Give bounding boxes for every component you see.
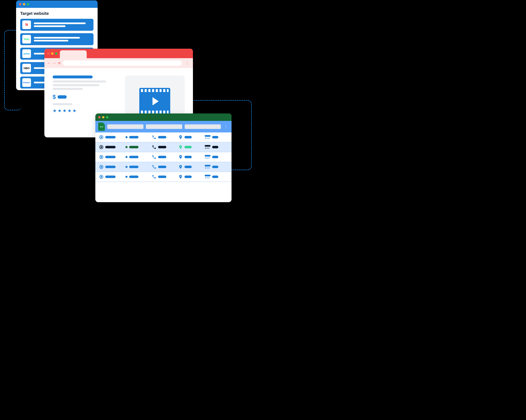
close-icon[interactable]: [98, 116, 101, 118]
review-icon: ★★★: [205, 155, 211, 159]
minimize-icon[interactable]: [51, 52, 53, 55]
forward-icon[interactable]: →: [53, 61, 56, 65]
phone-icon: [152, 155, 156, 159]
disney-logo: Disney+: [22, 78, 31, 87]
record-icon: [125, 176, 128, 178]
site-item-netflix[interactable]: N: [20, 19, 93, 31]
record-icon: [125, 166, 128, 168]
maximize-icon[interactable]: [106, 116, 108, 118]
phone-icon: [152, 145, 156, 149]
close-icon[interactable]: [19, 3, 21, 5]
play-circle-icon: [99, 165, 104, 169]
play-circle-icon: [99, 175, 104, 179]
table-row[interactable]: ★★★: [95, 152, 232, 162]
dollar-icon: $: [53, 94, 56, 100]
sheet-toolbar: XLS ⋮: [95, 121, 232, 132]
browser-tab[interactable]: [60, 50, 87, 58]
xls-file-icon: XLS: [98, 122, 105, 131]
browser-toolbar: ← → ⟳ ⋮: [44, 58, 193, 68]
review-icon: ★★★: [205, 175, 211, 179]
star-icon: ★: [72, 108, 77, 113]
play-circle-icon: [99, 155, 104, 159]
record-icon: [125, 156, 128, 158]
prime-logo: prime: [22, 49, 31, 58]
location-pin-icon: [178, 135, 183, 140]
star-icon: ★: [62, 108, 67, 113]
location-pin-icon: [178, 165, 183, 169]
star-icon: ★: [53, 108, 57, 113]
spreadsheet-window: XLS ⋮ ★★★ ★★★ ★★★: [95, 113, 232, 202]
phone-icon: [152, 135, 156, 140]
titlebar: [16, 0, 98, 8]
column-header[interactable]: [107, 124, 143, 129]
netflix-logo: N: [22, 20, 31, 29]
refresh-icon[interactable]: ⟳: [58, 61, 61, 65]
film-icon: [139, 88, 170, 115]
review-icon: ★★★: [205, 135, 211, 139]
table-row[interactable]: ★★★: [95, 132, 232, 142]
menu-icon[interactable]: ⋮: [223, 124, 229, 129]
url-bar[interactable]: [63, 60, 182, 66]
window-title: Target website: [20, 11, 93, 16]
browser-titlebar: [44, 49, 193, 58]
record-icon: [125, 136, 128, 138]
minimize-icon[interactable]: [23, 3, 25, 5]
location-pin-icon: [178, 145, 183, 149]
table-row[interactable]: ★★★: [95, 142, 232, 152]
star-icon: ★: [58, 108, 62, 113]
table-row[interactable]: ★★★: [95, 172, 232, 182]
review-icon: ★★★: [205, 165, 211, 169]
hulu-logo: hulu: [22, 35, 31, 43]
phone-icon: [152, 165, 156, 169]
phone-icon: [152, 175, 156, 179]
star-rating: ★ ★ ★ ★ ★: [53, 108, 120, 113]
column-header[interactable]: [185, 124, 221, 129]
location-pin-icon: [178, 175, 183, 179]
title-placeholder: [53, 76, 93, 78]
record-icon: [125, 146, 128, 148]
minimize-icon[interactable]: [102, 116, 104, 118]
star-icon: ★: [68, 108, 72, 113]
location-pin-icon: [178, 155, 183, 159]
menu-icon[interactable]: ⋮: [184, 61, 190, 65]
table-row[interactable]: ★★★: [95, 162, 232, 172]
hbo-logo: HBO: [22, 64, 31, 72]
close-icon[interactable]: [47, 52, 50, 55]
play-circle-icon: [99, 135, 104, 140]
play-circle-icon: [99, 145, 104, 149]
price-row: $: [53, 94, 120, 100]
sheet-body: ★★★ ★★★ ★★★ ★★★ ★★★: [95, 132, 232, 182]
maximize-icon[interactable]: [55, 52, 57, 55]
review-icon: ★★★: [205, 145, 211, 149]
back-icon[interactable]: ←: [47, 61, 51, 65]
site-item-hulu[interactable]: hulu: [20, 33, 93, 45]
play-icon: [152, 97, 159, 105]
sheet-titlebar: [95, 113, 232, 121]
column-header[interactable]: [146, 124, 182, 129]
maximize-icon[interactable]: [27, 3, 29, 5]
